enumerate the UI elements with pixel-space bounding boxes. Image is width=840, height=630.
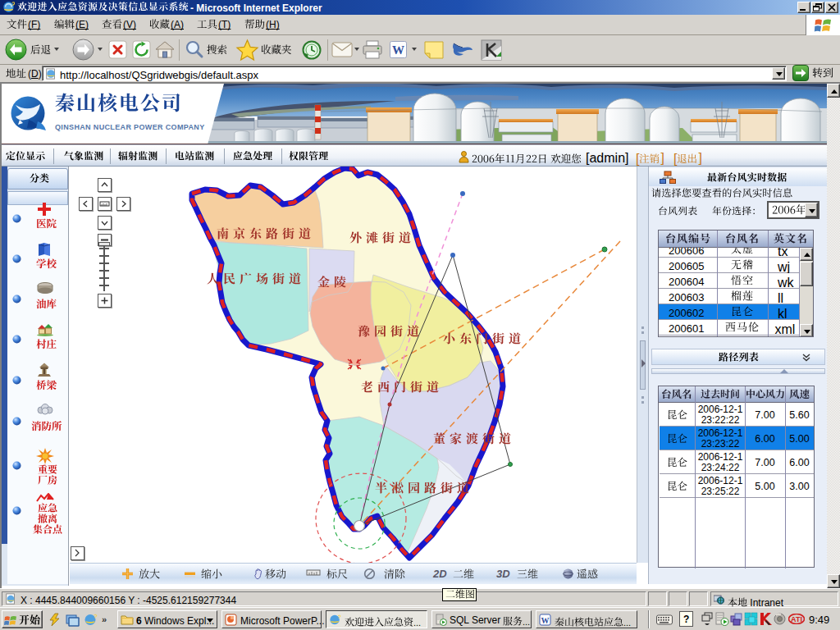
svg-text:W: W	[541, 616, 550, 625]
svg-text:ATI: ATI	[791, 615, 802, 623]
svg-text:W: W	[392, 43, 404, 57]
